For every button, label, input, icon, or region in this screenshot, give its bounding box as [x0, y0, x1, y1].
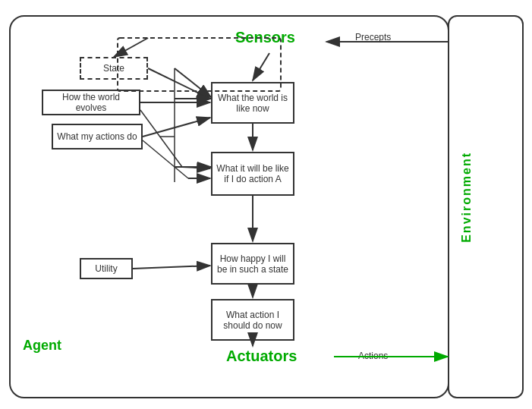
action-now-label: What action I should do now — [216, 310, 290, 331]
actions-do-label: What my actions do — [57, 131, 137, 142]
state-node: State — [80, 57, 148, 80]
diagram-container: Environment Agent Sensors Actuators Prec… — [0, 0, 532, 409]
actions-do-node: What my actions do — [52, 124, 143, 149]
world-now-label: What the world is like now — [216, 93, 290, 114]
agent-box — [9, 15, 449, 398]
environment-label: Environment — [460, 152, 474, 243]
environment-box — [448, 15, 524, 398]
will-be-like-label: What it will be like if I do action A — [216, 163, 290, 184]
precepts-label: Precepts — [355, 32, 391, 42]
world-now-node: What the world is like now — [211, 82, 294, 124]
sensors-label: Sensors — [235, 29, 295, 46]
actions-label: Actions — [358, 351, 388, 361]
utility-label: Utility — [95, 263, 117, 274]
world-evolves-label: How the world evolves — [46, 92, 136, 113]
action-now-node: What action I should do now — [211, 299, 294, 341]
world-evolves-node: How the world evolves — [42, 90, 140, 115]
will-be-like-node: What it will be like if I do action A — [211, 152, 294, 196]
utility-node: Utility — [80, 258, 133, 279]
agent-label: Agent — [23, 338, 61, 354]
happy-label: How happy I will be in such a state — [216, 253, 290, 275]
actuators-label: Actuators — [226, 348, 297, 365]
happy-node: How happy I will be in such a state — [211, 243, 294, 285]
state-label: State — [103, 63, 124, 74]
